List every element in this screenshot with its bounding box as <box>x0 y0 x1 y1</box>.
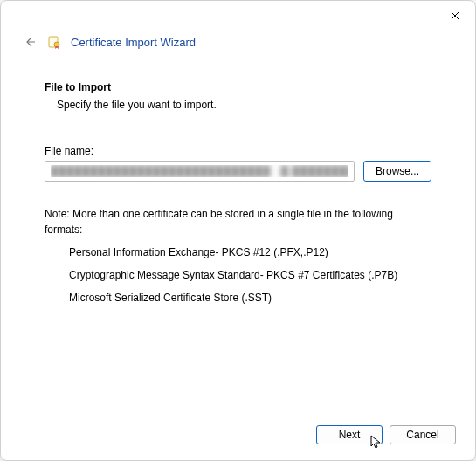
section-title: File to Import <box>45 81 431 93</box>
format-list: Personal Information Exchange- PKCS #12 … <box>45 246 431 304</box>
cancel-button[interactable]: Cancel <box>390 425 456 444</box>
file-row: Browse... <box>45 161 431 182</box>
file-name-input[interactable] <box>45 161 355 182</box>
file-name-label: File name: <box>45 145 431 157</box>
footer: Next Cancel <box>316 425 456 444</box>
browse-button[interactable]: Browse... <box>363 161 431 182</box>
close-icon <box>451 11 459 20</box>
wizard-title: Certificate Import Wizard <box>71 36 196 49</box>
divider <box>45 120 431 120</box>
note-text: Note: More than one certificate can be s… <box>45 206 431 237</box>
next-button[interactable]: Next <box>316 425 383 444</box>
section-subtitle: Specify the file you want to import. <box>57 99 431 111</box>
wizard-window: Certificate Import Wizard File to Import… <box>0 0 476 461</box>
header: Certificate Import Wizard <box>1 1 475 50</box>
format-item: Cryptographic Message Syntax Standard- P… <box>69 269 431 281</box>
certificate-icon <box>46 34 62 50</box>
back-button[interactable] <box>22 34 38 50</box>
back-arrow-icon <box>23 35 37 49</box>
close-button[interactable] <box>445 6 465 25</box>
content-area: File to Import Specify the file you want… <box>1 50 475 304</box>
format-item: Microsoft Serialized Certificate Store (… <box>69 292 431 304</box>
format-item: Personal Information Exchange- PKCS #12 … <box>69 246 431 258</box>
